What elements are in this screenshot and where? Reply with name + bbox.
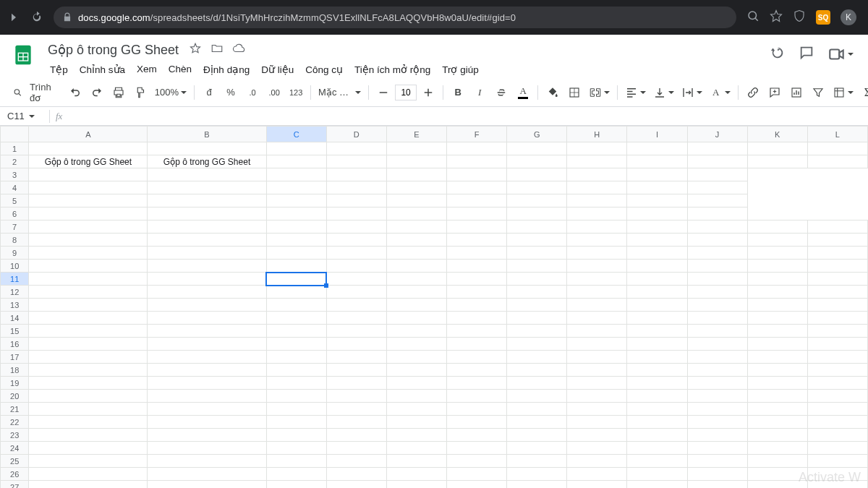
column-header-C[interactable]: C [266, 127, 326, 142]
cell-L11[interactable] [807, 273, 867, 286]
fill-color-button[interactable] [542, 82, 563, 103]
functions-button[interactable]: Σ [858, 82, 869, 103]
cell-H14[interactable] [567, 312, 627, 325]
cell-G18[interactable] [507, 364, 567, 377]
row-header-27[interactable]: 27 [1, 481, 29, 489]
cell-I21[interactable] [627, 403, 687, 416]
row-header-24[interactable]: 24 [1, 442, 29, 455]
cell-C18[interactable] [266, 364, 326, 377]
menu-insert[interactable]: Chèn [163, 61, 197, 78]
row-header-7[interactable]: 7 [1, 221, 29, 234]
cell-A2[interactable]: Gộp ô trong GG Sheet [29, 155, 148, 168]
cell-E18[interactable] [386, 364, 446, 377]
row-header-23[interactable]: 23 [1, 429, 29, 442]
cell-D3[interactable] [148, 168, 266, 181]
cell-C24[interactable] [266, 442, 326, 455]
cell-H11[interactable] [567, 273, 627, 286]
cell-D17[interactable] [326, 351, 386, 364]
cell-I10[interactable] [627, 260, 687, 273]
font-size-increase[interactable] [418, 82, 438, 103]
meet-button[interactable] [827, 45, 854, 64]
cell-H10[interactable] [567, 260, 627, 273]
cell-K21[interactable] [747, 403, 807, 416]
cell-I2[interactable] [627, 155, 687, 168]
cell-E8[interactable] [386, 234, 446, 247]
cell-A15[interactable] [29, 325, 148, 338]
cell-H7[interactable] [567, 221, 627, 234]
cell-B18[interactable] [148, 364, 266, 377]
cell-K19[interactable] [747, 377, 807, 390]
cell-B7[interactable] [148, 221, 266, 234]
cell-C21[interactable] [266, 403, 326, 416]
cell-C8[interactable] [266, 234, 326, 247]
row-header-3[interactable]: 3 [1, 168, 29, 181]
cell-A16[interactable] [29, 338, 148, 351]
cell-J15[interactable] [687, 325, 747, 338]
row-header-15[interactable]: 15 [1, 325, 29, 338]
cell-L24[interactable] [807, 442, 867, 455]
cell-E13[interactable] [386, 299, 446, 312]
cell-G7[interactable] [507, 221, 567, 234]
cell-H21[interactable] [567, 403, 627, 416]
text-wrap-button[interactable] [678, 86, 705, 99]
menu-file[interactable]: Tệp [45, 61, 73, 78]
cell-C6[interactable] [29, 207, 148, 221]
cell-G16[interactable] [507, 338, 567, 351]
row-header-1[interactable]: 1 [1, 142, 29, 155]
cell-F14[interactable] [447, 312, 507, 325]
cell-D4[interactable] [148, 181, 266, 194]
cell-H12[interactable] [567, 286, 627, 299]
cell-D24[interactable] [326, 442, 386, 455]
cell-G25[interactable] [507, 455, 567, 468]
cell-J10[interactable] [687, 260, 747, 273]
cell-K12[interactable] [747, 286, 807, 299]
cell-A8[interactable] [29, 234, 148, 247]
cell-F5[interactable] [326, 194, 386, 207]
zoom-select[interactable]: 100% [152, 87, 190, 98]
cell-K13[interactable] [747, 299, 807, 312]
cell-E25[interactable] [386, 455, 446, 468]
row-header-17[interactable]: 17 [1, 351, 29, 364]
cell-D10[interactable] [326, 260, 386, 273]
cell-J24[interactable] [687, 442, 747, 455]
cell-K9[interactable] [747, 247, 807, 260]
cell-K4[interactable] [627, 181, 687, 194]
cell-K18[interactable] [747, 364, 807, 377]
cell-J21[interactable] [687, 403, 747, 416]
cell-J2[interactable] [687, 155, 747, 168]
cell-F11[interactable] [447, 273, 507, 286]
cell-E6[interactable] [266, 207, 326, 221]
cell-C1[interactable] [266, 142, 326, 155]
browser-reload-icon[interactable] [30, 11, 43, 24]
cell-F4[interactable] [326, 181, 386, 194]
cell-I12[interactable] [627, 286, 687, 299]
cell-B26[interactable] [148, 468, 266, 481]
cell-K16[interactable] [747, 338, 807, 351]
cell-C5[interactable] [29, 194, 148, 207]
cell-D1[interactable] [326, 142, 386, 155]
row-header-18[interactable]: 18 [1, 364, 29, 377]
row-header-16[interactable]: 16 [1, 338, 29, 351]
column-header-E[interactable]: E [386, 127, 446, 142]
cell-J9[interactable] [687, 247, 747, 260]
cell-L17[interactable] [807, 351, 867, 364]
cell-L12[interactable] [807, 286, 867, 299]
column-header-L[interactable]: L [807, 127, 867, 142]
cell-L18[interactable] [807, 364, 867, 377]
cell-D9[interactable] [326, 247, 386, 260]
cell-I6[interactable] [507, 207, 567, 221]
row-header-2[interactable]: 2 [1, 155, 29, 168]
cell-G23[interactable] [507, 429, 567, 442]
insert-comment-button[interactable] [765, 82, 785, 103]
cell-D12[interactable] [326, 286, 386, 299]
cell-J20[interactable] [687, 390, 747, 403]
cell-D7[interactable] [326, 221, 386, 234]
menu-view[interactable]: Xem [132, 61, 162, 78]
cell-L7[interactable] [807, 221, 867, 234]
print-button[interactable] [109, 82, 129, 103]
cell-E17[interactable] [386, 351, 446, 364]
cell-J12[interactable] [687, 286, 747, 299]
cell-L13[interactable] [807, 299, 867, 312]
cell-A19[interactable] [29, 377, 148, 390]
profile-avatar[interactable]: K [841, 9, 856, 25]
